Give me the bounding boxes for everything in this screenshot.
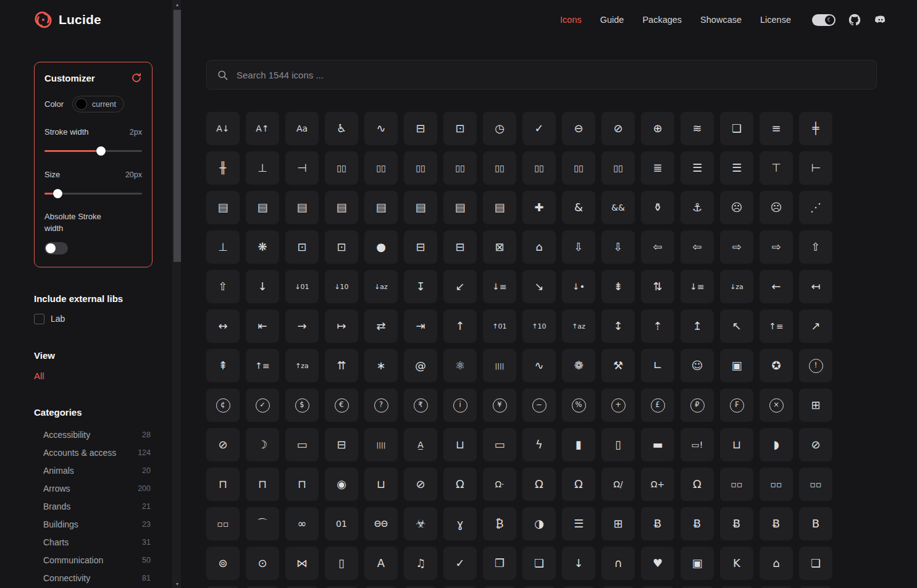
icon-book-heart[interactable]: ♥ — [641, 547, 674, 580]
nav-guide[interactable]: Guide — [600, 15, 624, 25]
icon-angry[interactable]: ☹ — [720, 191, 753, 224]
icon-align-vertical-justify-center[interactable]: ▤ — [325, 191, 358, 224]
icon-axe[interactable]: ⚒ — [601, 349, 635, 382]
icon-armchair[interactable]: ⌂ — [522, 230, 556, 264]
category-connectivity[interactable]: Connectivity81 — [43, 569, 151, 587]
icon-arrow-down-to-dot[interactable]: ↓• — [562, 270, 595, 303]
icon-align-horizontal-justify-center[interactable]: ▯▯ — [443, 151, 477, 185]
icon-anchor[interactable]: ⚓ — [680, 191, 714, 224]
category-animals[interactable]: Animals20 — [43, 462, 151, 480]
icon-beef[interactable]: ◉ — [325, 468, 358, 501]
icon-activity[interactable]: ∿ — [364, 112, 398, 145]
icon-book-copy[interactable]: ❐ — [483, 547, 516, 580]
icon-align-vertical-distribute-center[interactable]: ▤ — [206, 191, 240, 224]
icon-align-end-vertical[interactable]: ⊣ — [285, 151, 319, 185]
icon-align-horizontal-justify-end[interactable]: ▯▯ — [483, 151, 516, 185]
icon-badge-help[interactable]: ? — [364, 388, 398, 422]
icon-blocks[interactable]: ⊞ — [601, 507, 635, 540]
icon-bone[interactable]: ⋈ — [285, 547, 319, 580]
category-accounts-access[interactable]: Accounts & access124 — [43, 444, 151, 462]
icon-between-horizontal-end[interactable]: ▫▫ — [720, 468, 753, 501]
icon-badge-euro[interactable]: € — [325, 388, 358, 422]
icon-book-key[interactable]: K — [720, 547, 753, 580]
icon-arrow-down-up[interactable]: ⇅ — [641, 270, 674, 303]
icon-arrow-up-z-a[interactable]: ↑za — [285, 349, 319, 382]
brand[interactable]: Lucide — [34, 10, 101, 29]
icon-arrow-big-right[interactable]: ⇨ — [720, 230, 753, 264]
icon-barcode[interactable]: |||| — [364, 428, 398, 461]
icon-app-window-mac[interactable]: ⊡ — [325, 230, 358, 264]
icon-badge-pound-sterling[interactable]: £ — [641, 388, 674, 422]
category-arrows[interactable]: Arrows200 — [43, 480, 151, 498]
icon-align-vertical-distribute-start[interactable]: ▤ — [285, 191, 319, 224]
icon-ampersand[interactable]: & — [562, 191, 595, 224]
icon-bluetooth-connected[interactable]: Ƀ — [680, 507, 714, 540]
icon-book-headphones[interactable]: ∩ — [601, 547, 635, 580]
icon-blend[interactable]: ◑ — [522, 507, 556, 540]
icon-arrow-left-right[interactable]: ↔ — [206, 309, 240, 343]
icon-align-center-vertical[interactable]: ╫ — [206, 151, 240, 185]
icon-book-image[interactable]: ▣ — [680, 547, 714, 580]
icon-align-vertical-space-around[interactable]: ▤ — [443, 191, 477, 224]
icon-annoyed[interactable]: ☹ — [760, 191, 793, 224]
icon-apple[interactable]: ● — [364, 230, 398, 264]
icon-book-marked[interactable]: ❏ — [799, 547, 832, 580]
icon-arrow-down-narrow-wide[interactable]: ↓≡ — [483, 270, 516, 303]
icon-align-horizontal-space-between[interactable]: ▯▯ — [601, 151, 635, 185]
icon-bluetooth-searching[interactable]: Ƀ — [760, 507, 793, 540]
icon-bell-plus[interactable]: Ω+ — [641, 468, 674, 501]
icon-atom[interactable]: ⚛ — [443, 349, 477, 382]
icon-antenna[interactable]: ⋰ — [799, 191, 832, 224]
scroll-down-icon[interactable]: ▼ — [173, 579, 182, 588]
icon-aperture[interactable]: ❋ — [246, 230, 279, 264]
icon-bolt[interactable]: ⊚ — [206, 547, 240, 580]
absolute-stroke-toggle[interactable] — [44, 242, 68, 254]
icon-book-audio[interactable]: ♫ — [404, 547, 437, 580]
icon-bold[interactable]: B — [799, 507, 832, 540]
icon-badge-dollar-sign[interactable]: $ — [285, 388, 319, 422]
icon-battery-charging[interactable]: ϟ — [522, 428, 556, 461]
icon-badge-x[interactable]: × — [760, 388, 793, 422]
icon-badge-percent[interactable]: % — [562, 388, 595, 422]
icon-arrow-down-a-z[interactable]: ↓az — [364, 270, 398, 303]
icon-arrow-up-down[interactable]: ↕ — [601, 309, 635, 343]
icon-baggage-claim[interactable]: ⊞ — [799, 388, 832, 422]
icon-badge-russian-ruble[interactable]: ₽ — [680, 388, 714, 422]
icon-badge-check[interactable]: ✓ — [246, 388, 279, 422]
icon-arrow-down-z-a[interactable]: ↓za — [720, 270, 753, 303]
icon-alarm-clock-off[interactable]: ⊘ — [601, 112, 635, 145]
theme-toggle[interactable]: ☾ — [812, 14, 835, 26]
icon-audio-lines[interactable]: |||| — [483, 349, 516, 382]
search-bar[interactable] — [206, 60, 877, 90]
icon-arrow-up-right[interactable]: ↗ — [799, 309, 832, 343]
scroll-up-icon[interactable]: ▲ — [173, 0, 182, 9]
nav-packages[interactable]: Packages — [642, 15, 682, 25]
icon-badge-swiss-franc[interactable]: ₣ — [720, 388, 753, 422]
icon-arrow-big-down[interactable]: ⇩ — [562, 230, 595, 264]
icon-align-horizontal-distribute-center[interactable]: ▯▯ — [325, 151, 358, 185]
icon-bluetooth-off[interactable]: Ƀ — [720, 507, 753, 540]
icon-banknote[interactable]: ⊟ — [325, 428, 358, 461]
icon-bean-off[interactable]: ⊘ — [799, 428, 832, 461]
icon-audio-waveform[interactable]: ∿ — [522, 349, 556, 382]
icon-at-sign[interactable]: @ — [404, 349, 437, 382]
icon-baseline[interactable]: A̲ — [404, 428, 437, 461]
icon-align-vertical-justify-end[interactable]: ▤ — [364, 191, 398, 224]
icon-book[interactable]: ▯ — [325, 547, 358, 580]
icon-battery-medium[interactable]: ▬ — [641, 428, 674, 461]
icon-arrow-right-to-line[interactable]: ⇥ — [404, 309, 437, 343]
icon-align-horizontal-space-around[interactable]: ▯▯ — [562, 151, 595, 185]
icon-arrow-up[interactable]: ↑ — [443, 309, 477, 343]
icon-banana[interactable]: ☽ — [246, 428, 279, 461]
icon-arrow-up-left[interactable]: ↖ — [720, 309, 753, 343]
icon-bell-dot[interactable]: Ω· — [483, 468, 516, 501]
icon-arrow-down-wide-narrow[interactable]: ↓≡ — [680, 270, 714, 303]
icon-bean[interactable]: ◗ — [760, 428, 793, 461]
icon-archive[interactable]: ⊟ — [404, 230, 437, 264]
icon-badge-alert[interactable]: ! — [799, 349, 832, 382]
icon-badge-plus[interactable]: + — [601, 388, 635, 422]
icon-beaker[interactable]: ⊔ — [720, 428, 753, 461]
icon-align-horizontal-distribute-end[interactable]: ▯▯ — [364, 151, 398, 185]
icon-badge-minus[interactable]: − — [522, 388, 556, 422]
reset-icon[interactable] — [131, 72, 142, 83]
